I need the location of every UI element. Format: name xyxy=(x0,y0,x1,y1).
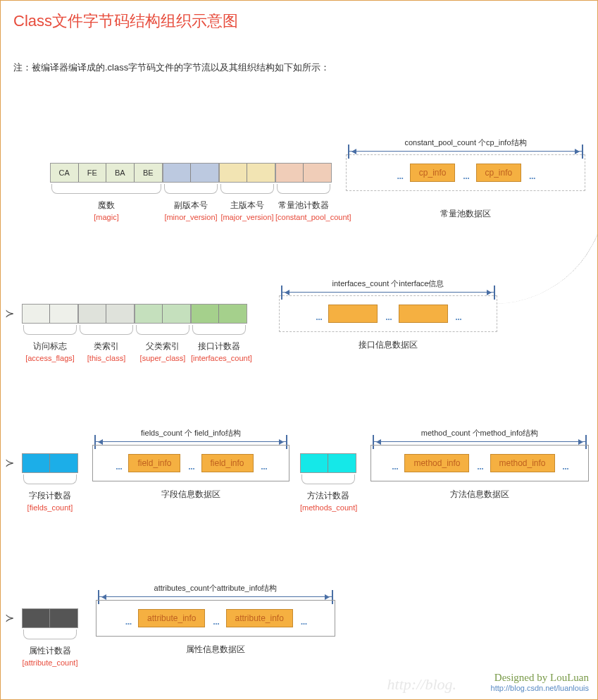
ic-label: 接口计数器 xyxy=(191,340,247,352)
brace xyxy=(164,184,218,194)
cpc-bytes xyxy=(275,163,332,183)
brace xyxy=(277,184,330,194)
magic-key: [magic] xyxy=(50,213,163,221)
method-arrow: method_count 个method_info结构 xyxy=(374,428,585,442)
major-key: [major_version] xyxy=(219,213,275,221)
cp-pool-label: 常量池数据区 xyxy=(346,208,585,220)
minor-key: [minor_version] xyxy=(163,213,219,221)
continue-arrow-icon: ≻ xyxy=(5,611,14,625)
sc-label: 父类索引 xyxy=(135,340,191,352)
diagram-title: Class文件字节码结构组织示意图 xyxy=(1,1,597,42)
byte-cell: CA xyxy=(51,164,79,182)
magic-bytes: CA FE BA BE xyxy=(50,163,163,183)
field-pool-label: 字段信息数据区 xyxy=(92,489,289,501)
ac-key: [attribute_count] xyxy=(22,658,78,667)
mc-key: [methods_count] xyxy=(300,503,356,512)
cp-arrow-text: constant_pool_count 个cp_info结构 xyxy=(404,138,526,147)
if-pool: ... ... ... xyxy=(279,295,497,332)
mc-section: 方法计数器 [methods_count] xyxy=(300,453,356,512)
af-section: 访问标志 [access_flags] xyxy=(22,304,78,362)
method-info-chip: method_info xyxy=(490,454,555,472)
tc-key: [this_class] xyxy=(78,354,135,362)
attr-arrow: attributes_count个attribute_info结构 xyxy=(99,583,332,597)
diagram-note: 注：被编译器编译成的.class字节码文件的字节流以及其组织结构如下如所示： xyxy=(1,42,597,74)
tc-label: 类索引 xyxy=(78,340,135,352)
brace xyxy=(220,184,274,194)
if-arrow-text: interfaces_count 个interface信息 xyxy=(332,279,444,288)
if-chip xyxy=(328,305,378,323)
field-pool: ... field_info ... field_info ... xyxy=(92,445,289,481)
attr-info-chip: attribute_info xyxy=(138,609,205,627)
fc-label: 字段计数器 xyxy=(22,490,78,502)
if-arrow: interfaces_count 个interface信息 xyxy=(282,278,494,293)
cpc-label: 常量池计数器 xyxy=(275,199,332,211)
minor-bytes xyxy=(163,163,219,183)
fc-section: 字段计数器 [fields_count] xyxy=(22,453,78,512)
minor-section: 副版本号 [minor_version] xyxy=(163,163,219,221)
sc-section: 父类索引 [super_class] xyxy=(135,304,191,362)
attr-info-chip: attribute_info xyxy=(226,609,293,627)
ic-key: [interfaces_count] xyxy=(191,354,247,362)
field-info-chip: field_info xyxy=(201,454,254,472)
field-arrow: fields_count 个 field_info结构 xyxy=(96,428,286,442)
author-url: http://blog.csdn.net/luanlouis xyxy=(491,684,589,692)
ac-label: 属性计数器 xyxy=(22,645,78,657)
signature: Designed by LouLuan http://blog.csdn.net… xyxy=(491,672,589,692)
tc-section: 类索引 [this_class] xyxy=(78,304,135,362)
brace xyxy=(51,184,161,194)
field-info-chip: field_info xyxy=(128,454,180,472)
author-text: Designed by LouLuan xyxy=(491,672,589,684)
magic-section: CA FE BA BE 魔数 [magic] xyxy=(50,163,163,221)
method-info-chip: method_info xyxy=(404,454,469,472)
continue-arrow-icon: ≻ xyxy=(5,456,14,469)
byte-cell: FE xyxy=(79,164,107,182)
cp-pool: ... cp_info ... cp_info ... xyxy=(346,154,585,191)
magic-label: 魔数 xyxy=(50,199,163,211)
attr-pool-label: 属性信息数据区 xyxy=(96,644,335,656)
method-pool-label: 方法信息数据区 xyxy=(370,489,589,501)
major-bytes xyxy=(219,163,275,183)
cp-info-chip: cp_info xyxy=(410,164,456,182)
af-label: 访问标志 xyxy=(22,340,78,352)
dots: ... xyxy=(528,168,535,183)
cpc-key: [constant_pool_count] xyxy=(275,213,332,221)
attr-pool: ... attribute_info ... attribute_info ..… xyxy=(96,600,335,637)
major-label: 主版本号 xyxy=(219,199,275,211)
if-pool-label: 接口信息数据区 xyxy=(279,339,497,351)
cpc-section: 常量池计数器 [constant_pool_count] xyxy=(275,163,332,221)
fc-key: [fields_count] xyxy=(22,503,78,512)
byte-cell: BA xyxy=(106,164,135,182)
af-key: [access_flags] xyxy=(22,354,78,362)
arrow-line xyxy=(349,151,582,152)
ic-section: 接口计数器 [interfaces_count] xyxy=(191,304,247,362)
if-chip xyxy=(399,305,448,323)
dots: ... xyxy=(397,168,403,183)
cp-info-chip: cp_info xyxy=(476,164,522,182)
ac-section: 属性计数器 [attribute_count] xyxy=(22,608,78,667)
method-pool: ... method_info ... method_info ... xyxy=(370,445,589,481)
cp-arrow: constant_pool_count 个cp_info结构 xyxy=(349,137,582,152)
continue-arrow-icon: ≻ xyxy=(5,307,14,320)
byte-cell: BE xyxy=(135,164,162,182)
sc-key: [super_class] xyxy=(135,354,191,362)
mc-label: 方法计数器 xyxy=(300,490,356,502)
major-section: 主版本号 [major_version] xyxy=(219,163,275,221)
watermark: http://blog. xyxy=(387,675,456,694)
dots: ... xyxy=(462,168,468,183)
minor-label: 副版本号 xyxy=(163,199,219,211)
